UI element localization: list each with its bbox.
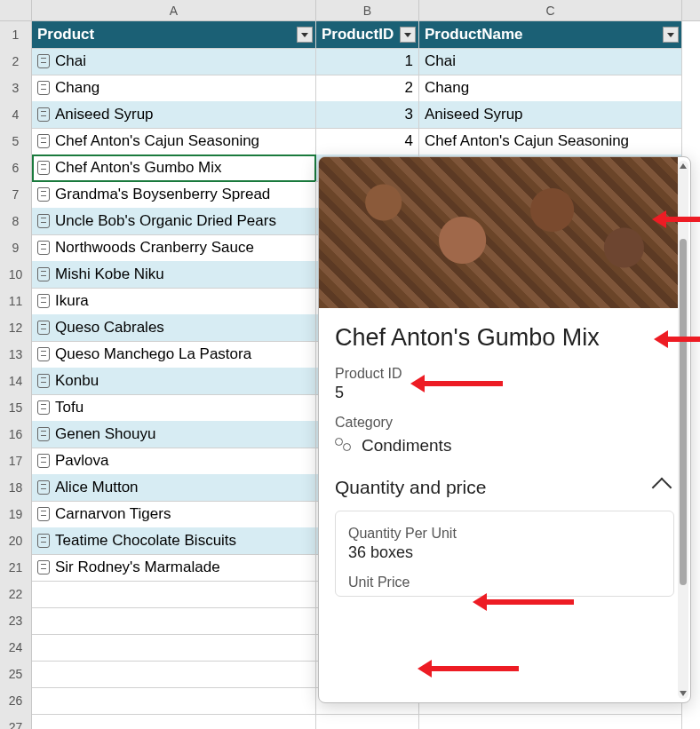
row-number[interactable]: 14 [0, 368, 32, 395]
cell-productid[interactable]: 2 [316, 75, 419, 102]
row-number[interactable]: 15 [0, 394, 32, 422]
cell-product[interactable]: Chef Anton's Gumbo Mix [32, 155, 316, 182]
table-header-row: 1 Product ProductID ProductName [0, 21, 700, 48]
card-scrollbar[interactable] [678, 161, 688, 699]
cell-product[interactable] [32, 687, 316, 715]
cell-product[interactable]: Teatime Chocolate Biscuits [32, 527, 316, 555]
cell-product[interactable]: Carnarvon Tigers [32, 501, 316, 528]
header-product[interactable]: Product [32, 21, 316, 49]
cell-product[interactable]: Sir Rodney's Marmalade [32, 554, 316, 582]
spreadsheet-viewport: A B C 1 Product ProductID ProductName 2C… [0, 0, 700, 729]
row-number[interactable]: 11 [0, 288, 32, 315]
row-number[interactable]: 22 [0, 581, 32, 608]
cell-text: Genen Shouyu [55, 421, 155, 448]
cell-product[interactable]: Queso Cabrales [32, 314, 316, 342]
header-productname[interactable]: ProductName [419, 21, 682, 49]
cell-productname[interactable]: Chang [419, 75, 682, 102]
cell-product[interactable]: Konbu [32, 368, 316, 395]
row-number[interactable]: 17 [0, 448, 32, 475]
cell-product[interactable]: Chang [32, 75, 316, 102]
header-productid[interactable]: ProductID [316, 21, 419, 49]
cell-product[interactable]: Northwoods Cranberry Sauce [32, 234, 316, 262]
cell-productname[interactable] [419, 714, 682, 729]
select-all-corner[interactable] [0, 0, 32, 21]
cell-text: Chef Anton's Gumbo Mix [55, 155, 222, 181]
row-number[interactable]: 7 [0, 181, 32, 209]
cell-product[interactable]: Ikura [32, 288, 316, 315]
row-number[interactable]: 4 [0, 101, 32, 129]
row-number[interactable]: 8 [0, 208, 32, 235]
table-row: 2Chai1Chai [0, 48, 700, 75]
row-number[interactable]: 9 [0, 234, 32, 262]
data-type-icon [37, 241, 50, 255]
scroll-thumb[interactable] [680, 239, 687, 585]
cell-productid[interactable] [316, 714, 419, 729]
row-number[interactable]: 5 [0, 128, 32, 155]
row-number[interactable]: 10 [0, 261, 32, 289]
row-number[interactable]: 18 [0, 474, 32, 502]
row-number[interactable]: 2 [0, 48, 32, 75]
cell-product[interactable]: Queso Manchego La Pastora [32, 341, 316, 368]
cell-productid[interactable]: 3 [316, 101, 419, 129]
cell-product[interactable]: Pavlova [32, 448, 316, 475]
cell-text: Uncle Bob's Organic Dried Pears [55, 208, 276, 234]
filter-button-productid[interactable] [400, 27, 416, 43]
row-number[interactable]: 1 [0, 21, 32, 49]
cell-productname[interactable]: Aniseed Syrup [419, 101, 682, 129]
row-number[interactable]: 13 [0, 341, 32, 368]
row-number[interactable]: 16 [0, 421, 32, 448]
cell-product[interactable] [32, 607, 316, 635]
column-header-A[interactable]: A [32, 0, 316, 21]
row-number[interactable]: 20 [0, 527, 32, 555]
cell-productname[interactable]: Chef Anton's Cajun Seasoning [419, 128, 682, 155]
cell-productname[interactable]: Chai [419, 48, 682, 75]
section-header[interactable]: Quantity and price [335, 477, 674, 498]
cell-product[interactable]: Genen Shouyu [32, 421, 316, 448]
row-number[interactable]: 23 [0, 607, 32, 635]
scroll-up-icon[interactable] [680, 163, 687, 169]
annotation-arrow [430, 666, 519, 671]
annotation-arrow [664, 217, 700, 222]
table-row: 5Chef Anton's Cajun Seasoning4Chef Anton… [0, 128, 700, 155]
row-number[interactable]: 26 [0, 687, 32, 715]
triangle-down-icon [301, 33, 308, 37]
chevron-up-icon [652, 478, 672, 498]
cell-product[interactable]: Uncle Bob's Organic Dried Pears [32, 208, 316, 235]
row-number[interactable]: 24 [0, 634, 32, 662]
scroll-down-icon[interactable] [680, 691, 687, 696]
cell-product[interactable]: Mishi Kobe Niku [32, 261, 316, 289]
data-type-icon [37, 321, 50, 335]
cell-product[interactable] [32, 714, 316, 729]
cell-product[interactable]: Tofu [32, 394, 316, 422]
cell-product[interactable]: Aniseed Syrup [32, 101, 316, 129]
cell-product[interactable]: Grandma's Boysenberry Spread [32, 181, 316, 209]
cell-productid[interactable]: 1 [316, 48, 419, 75]
column-letters-row: A B C [0, 0, 700, 21]
data-type-icon [37, 454, 50, 468]
row-number[interactable]: 25 [0, 661, 32, 688]
row-number[interactable]: 12 [0, 314, 32, 342]
category-row[interactable]: Condiments [335, 436, 674, 456]
data-type-icon [37, 507, 50, 521]
row-number[interactable]: 19 [0, 501, 32, 528]
cell-product[interactable]: Chai [32, 48, 316, 75]
column-header-B[interactable]: B [316, 0, 419, 21]
filter-button-productname[interactable] [663, 27, 679, 43]
filter-button-product[interactable] [297, 27, 313, 43]
cell-product[interactable] [32, 634, 316, 662]
cell-product[interactable]: Alice Mutton [32, 474, 316, 502]
data-type-icon [37, 374, 50, 388]
cell-product[interactable]: Chef Anton's Cajun Seasoning [32, 128, 316, 155]
row-number[interactable]: 27 [0, 714, 32, 729]
cell-productid[interactable]: 4 [316, 128, 419, 155]
cell-text: Mishi Kobe Niku [55, 261, 164, 288]
column-header-C[interactable]: C [419, 0, 682, 21]
cell-product[interactable] [32, 581, 316, 608]
row-number[interactable]: 6 [0, 155, 32, 182]
cell-product[interactable] [32, 661, 316, 688]
row-number[interactable]: 3 [0, 75, 32, 102]
field-qpu-value: 36 boxes [348, 543, 661, 562]
row-number[interactable]: 21 [0, 554, 32, 582]
cell-text: Ikura [55, 288, 89, 314]
cell-text: Carnarvon Tigers [55, 501, 171, 527]
